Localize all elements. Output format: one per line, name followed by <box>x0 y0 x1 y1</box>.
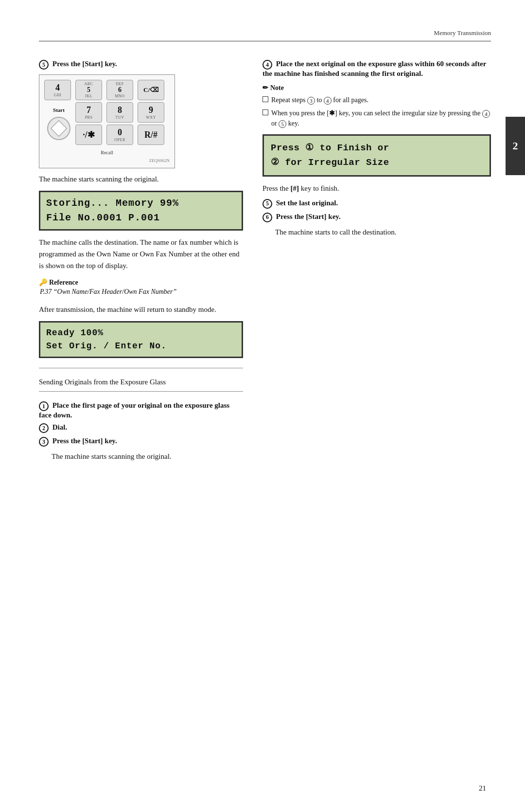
start-key-label: [Start] <box>82 60 103 68</box>
press-finish-box: Press ① to Finish or ② for Irregular Siz… <box>262 134 491 177</box>
step5-header: 5 Press the [Start] key. <box>39 60 243 70</box>
step5b-row: 5 Set the last original. <box>262 199 491 209</box>
lcd-set-line2: Set Orig. / Enter No. <box>46 340 236 353</box>
note-checkbox-2 <box>262 109 268 115</box>
note-title: ✏ Note <box>262 84 491 92</box>
key-8: 8 TUV <box>106 102 133 123</box>
lcd-storing: Storing... Memory 99% File No.0001 P.001 <box>39 191 243 231</box>
step5b-text: Set the last original. <box>276 199 338 207</box>
hash-key-inline: [#] <box>291 184 299 192</box>
step-b2-text: Dial. <box>52 423 67 431</box>
after-transmission-text: After transmission, the machine will ret… <box>39 304 243 315</box>
step-b2-circle: 2 <box>39 423 49 433</box>
step-b1-circle: 1 <box>39 401 49 411</box>
note-text-2: When you press the [✱] key, you can sele… <box>271 108 491 128</box>
divider-1 <box>39 368 243 368</box>
key-6: DEF 6 MNO <box>106 80 133 100</box>
key-cancel: C/⌫ <box>138 80 164 100</box>
start-diamond <box>51 120 67 137</box>
step-b2: 2 Dial. <box>39 423 243 433</box>
step5-circle: 5 <box>39 60 49 70</box>
tab-number: 2 <box>513 140 518 152</box>
step-b1-text: Place the first page of your original on… <box>39 401 229 419</box>
start-label: Start <box>53 107 65 113</box>
step4-text: Place the next original on the exposure … <box>262 60 486 77</box>
page-container: Memory Transmission 2 5 Press the [Start… <box>0 0 525 812</box>
lcd-line2: File No.0001 P.001 <box>46 211 236 225</box>
bottom-scan-text: The machine starts scanning the original… <box>52 451 243 462</box>
reference-link: P.37 “Own Name/Fax Header/Own Fax Number… <box>40 287 243 297</box>
keypad-grid: 4 GHI ABC 5 JKL DEF 6 MNO C/⌫ <box>44 80 170 145</box>
reference-section: 🔑 Reference P.37 “Own Name/Fax Header/Ow… <box>39 278 243 297</box>
step4-row: 4 Place the next original on the exposur… <box>262 60 491 78</box>
header-title: Memory Transmission <box>434 29 491 37</box>
step4-circle: 4 <box>262 60 272 70</box>
lcd-ready-line1: Ready 100% <box>46 326 236 340</box>
key-0: 0 OPER <box>106 125 133 145</box>
right-column: 4 Place the next original on the exposur… <box>262 56 491 466</box>
step5b-circle: 5 <box>262 199 272 209</box>
left-column: 5 Press the [Start] key. 4 GHI ABC 5 JKL <box>39 56 243 466</box>
step6-circle: 6 <box>262 213 272 222</box>
header-line: Memory Transmission <box>39 29 491 41</box>
key-5: ABC 5 JKL <box>75 80 102 100</box>
step-b3-circle: 3 <box>39 437 49 447</box>
key-rhash: R/# <box>138 125 164 145</box>
recall-label: Recall <box>101 150 113 155</box>
step-b3-text: Press the [Start] key. <box>52 437 117 445</box>
key-9: 9 WXY <box>138 102 164 123</box>
step-b3: 3 Press the [Start] key. <box>39 437 243 447</box>
step6-row: 6 Press the [Start] key. <box>262 213 491 222</box>
note-section: ✏ Note Repeat steps 3 to 4 for all pages… <box>262 84 491 128</box>
lcd-line1: Storing... Memory 99% <box>46 196 236 211</box>
machine-scan-text: The machine starts scanning the original… <box>39 173 243 185</box>
start-button-area: Start <box>44 102 73 145</box>
press-finish-line1: Press ① to Finish or <box>271 141 483 155</box>
bottom-steps: 1 Place the first page of your original … <box>39 401 243 462</box>
note-text-1: Repeat steps 3 to 4 for all pages. <box>271 95 368 105</box>
press-hash-text: Press the [#] key to finish. <box>262 182 491 194</box>
step6-text: Press the [Start] key. <box>276 213 341 220</box>
model-code: ZEQS062N <box>44 158 170 163</box>
start-circle <box>47 117 70 140</box>
press-finish-line2: ② for Irregular Size <box>271 155 483 170</box>
note-item-1: Repeat steps 3 to 4 for all pages. <box>262 95 491 105</box>
pencil-icon: ✏ <box>262 84 268 92</box>
key-star: ·/✱ <box>75 125 102 145</box>
step-b1: 1 Place the first page of your original … <box>39 401 243 419</box>
lcd-ready: Ready 100% Set Orig. / Enter No. <box>39 321 243 358</box>
step5-label: Press the [Start] key. <box>52 60 117 68</box>
page-number: 21 <box>479 784 486 793</box>
recall-label-area: Recall <box>44 148 170 156</box>
machine-calls-text: The machine calls the destination. The n… <box>39 236 243 271</box>
key-4: 4 GHI <box>44 80 71 100</box>
reference-title: 🔑 Reference <box>39 278 243 287</box>
tab-indicator: 2 <box>506 117 525 175</box>
section-heading: Sending Originals from the Exposure Glas… <box>39 378 243 386</box>
two-col-layout: 5 Press the [Start] key. 4 GHI ABC 5 JKL <box>39 56 491 466</box>
keypad-image: 4 GHI ABC 5 JKL DEF 6 MNO C/⌫ <box>39 74 175 168</box>
note-checkbox-1 <box>262 96 268 102</box>
key-icon: 🔑 <box>39 278 47 287</box>
key-7: 7 PRS <box>75 102 102 123</box>
divider-2 <box>39 391 243 392</box>
machine-call-text: The machine starts to call the destinati… <box>275 226 491 238</box>
note-item-2: When you press the [✱] key, you can sele… <box>262 108 491 128</box>
